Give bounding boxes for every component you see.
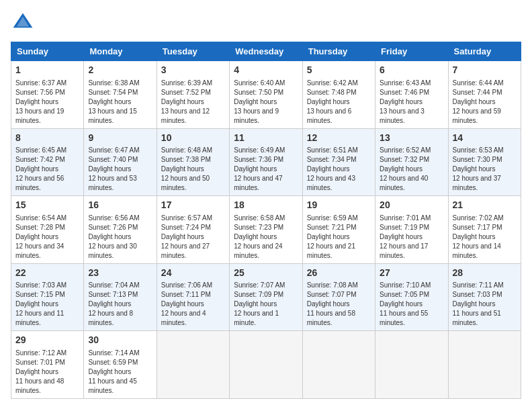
calendar-cell: 26 Sunrise: 7:08 AM Sunset: 7:07 PM Dayl… (302, 263, 375, 331)
logo-icon (11, 11, 35, 35)
day-number: 16 (88, 199, 152, 212)
calendar-week-1: 1 Sunrise: 6:37 AM Sunset: 7:56 PM Dayli… (11, 61, 521, 129)
day-number: 27 (380, 267, 443, 280)
day-info: Sunrise: 7:06 AM Sunset: 7:11 PM Dayligh… (161, 281, 225, 328)
day-number: 11 (234, 132, 298, 145)
day-info: Sunrise: 6:39 AM Sunset: 7:52 PM Dayligh… (161, 79, 225, 126)
calendar-cell: 9 Sunrise: 6:47 AM Sunset: 7:40 PM Dayli… (84, 128, 157, 196)
day-info: Sunrise: 6:52 AM Sunset: 7:32 PM Dayligh… (380, 146, 443, 193)
day-info: Sunrise: 7:04 AM Sunset: 7:13 PM Dayligh… (88, 281, 152, 328)
weekday-header-sunday: Sunday (11, 42, 84, 61)
day-number: 15 (15, 199, 79, 212)
day-number: 7 (453, 64, 517, 77)
calendar-cell: 28 Sunrise: 7:11 AM Sunset: 7:03 PM Dayl… (448, 263, 521, 331)
day-info: Sunrise: 6:49 AM Sunset: 7:36 PM Dayligh… (234, 146, 298, 193)
calendar-cell (448, 331, 521, 399)
calendar-cell: 6 Sunrise: 6:43 AM Sunset: 7:46 PM Dayli… (375, 61, 448, 129)
day-number: 10 (161, 132, 225, 145)
day-info: Sunrise: 6:59 AM Sunset: 7:21 PM Dayligh… (307, 214, 371, 261)
calendar-cell: 27 Sunrise: 7:10 AM Sunset: 7:05 PM Dayl… (375, 263, 448, 331)
calendar-cell: 1 Sunrise: 6:37 AM Sunset: 7:56 PM Dayli… (11, 61, 84, 129)
day-number: 28 (453, 267, 517, 280)
calendar-cell: 7 Sunrise: 6:44 AM Sunset: 7:44 PM Dayli… (448, 61, 521, 129)
calendar-cell: 30 Sunrise: 7:14 AM Sunset: 6:59 PM Dayl… (84, 331, 157, 399)
calendar-cell: 11 Sunrise: 6:49 AM Sunset: 7:36 PM Dayl… (230, 128, 302, 196)
day-number: 22 (15, 267, 79, 280)
day-info: Sunrise: 6:43 AM Sunset: 7:46 PM Dayligh… (380, 79, 443, 126)
calendar-cell (302, 331, 375, 399)
calendar-cell: 12 Sunrise: 6:51 AM Sunset: 7:34 PM Dayl… (302, 128, 375, 196)
calendar-cell: 2 Sunrise: 6:38 AM Sunset: 7:54 PM Dayli… (84, 61, 157, 129)
weekday-header-monday: Monday (84, 42, 157, 61)
day-info: Sunrise: 6:40 AM Sunset: 7:50 PM Dayligh… (234, 79, 298, 126)
day-number: 14 (453, 132, 517, 145)
day-info: Sunrise: 7:10 AM Sunset: 7:05 PM Dayligh… (380, 281, 443, 328)
day-info: Sunrise: 7:07 AM Sunset: 7:09 PM Dayligh… (234, 281, 298, 328)
weekday-header-wednesday: Wednesday (230, 42, 302, 61)
day-info: Sunrise: 6:45 AM Sunset: 7:42 PM Dayligh… (15, 146, 79, 193)
calendar-week-4: 22 Sunrise: 7:03 AM Sunset: 7:15 PM Dayl… (11, 263, 521, 331)
day-info: Sunrise: 7:02 AM Sunset: 7:17 PM Dayligh… (453, 214, 517, 261)
weekday-header-tuesday: Tuesday (157, 42, 229, 61)
day-info: Sunrise: 7:01 AM Sunset: 7:19 PM Dayligh… (380, 214, 443, 261)
day-info: Sunrise: 6:57 AM Sunset: 7:24 PM Dayligh… (161, 214, 225, 261)
calendar-cell: 17 Sunrise: 6:57 AM Sunset: 7:24 PM Dayl… (157, 196, 229, 264)
calendar-cell: 10 Sunrise: 6:48 AM Sunset: 7:38 PM Dayl… (157, 128, 229, 196)
weekday-header-thursday: Thursday (302, 42, 375, 61)
day-number: 29 (15, 334, 79, 347)
calendar-cell: 29 Sunrise: 7:12 AM Sunset: 7:01 PM Dayl… (11, 331, 84, 399)
day-info: Sunrise: 6:58 AM Sunset: 7:23 PM Dayligh… (234, 214, 298, 261)
day-number: 30 (88, 334, 152, 347)
day-info: Sunrise: 6:44 AM Sunset: 7:44 PM Dayligh… (453, 79, 517, 126)
day-info: Sunrise: 6:54 AM Sunset: 7:28 PM Dayligh… (15, 214, 79, 261)
calendar-table: SundayMondayTuesdayWednesdayThursdayFrid… (11, 42, 521, 399)
calendar-cell: 4 Sunrise: 6:40 AM Sunset: 7:50 PM Dayli… (230, 61, 302, 129)
calendar-cell (230, 331, 302, 399)
logo (11, 11, 38, 35)
day-info: Sunrise: 6:53 AM Sunset: 7:30 PM Dayligh… (453, 146, 517, 193)
day-number: 20 (380, 199, 443, 212)
day-info: Sunrise: 6:51 AM Sunset: 7:34 PM Dayligh… (307, 146, 371, 193)
calendar-cell: 19 Sunrise: 6:59 AM Sunset: 7:21 PM Dayl… (302, 196, 375, 264)
day-number: 12 (307, 132, 371, 145)
day-number: 18 (234, 199, 298, 212)
day-number: 8 (15, 132, 79, 145)
day-number: 3 (161, 64, 225, 77)
day-number: 19 (307, 199, 371, 212)
calendar-cell: 25 Sunrise: 7:07 AM Sunset: 7:09 PM Dayl… (230, 263, 302, 331)
day-info: Sunrise: 6:42 AM Sunset: 7:48 PM Dayligh… (307, 79, 371, 126)
weekday-header-friday: Friday (375, 42, 448, 61)
calendar-week-3: 15 Sunrise: 6:54 AM Sunset: 7:28 PM Dayl… (11, 196, 521, 264)
calendar-cell: 15 Sunrise: 6:54 AM Sunset: 7:28 PM Dayl… (11, 196, 84, 264)
calendar-cell (157, 331, 229, 399)
calendar-cell (375, 331, 448, 399)
weekday-header-saturday: Saturday (448, 42, 521, 61)
day-number: 21 (453, 199, 517, 212)
calendar-cell: 21 Sunrise: 7:02 AM Sunset: 7:17 PM Dayl… (448, 196, 521, 264)
calendar-cell: 14 Sunrise: 6:53 AM Sunset: 7:30 PM Dayl… (448, 128, 521, 196)
day-number: 4 (234, 64, 298, 77)
calendar-cell: 16 Sunrise: 6:56 AM Sunset: 7:26 PM Dayl… (84, 196, 157, 264)
day-number: 2 (88, 64, 152, 77)
day-number: 1 (15, 64, 79, 77)
day-number: 9 (88, 132, 152, 145)
calendar-cell: 23 Sunrise: 7:04 AM Sunset: 7:13 PM Dayl… (84, 263, 157, 331)
day-info: Sunrise: 6:38 AM Sunset: 7:54 PM Dayligh… (88, 79, 152, 126)
day-number: 24 (161, 267, 225, 280)
calendar-cell: 3 Sunrise: 6:39 AM Sunset: 7:52 PM Dayli… (157, 61, 229, 129)
day-info: Sunrise: 7:11 AM Sunset: 7:03 PM Dayligh… (453, 281, 517, 328)
day-info: Sunrise: 7:03 AM Sunset: 7:15 PM Dayligh… (15, 281, 79, 328)
day-info: Sunrise: 7:12 AM Sunset: 7:01 PM Dayligh… (15, 349, 79, 396)
day-info: Sunrise: 6:48 AM Sunset: 7:38 PM Dayligh… (161, 146, 225, 193)
day-number: 25 (234, 267, 298, 280)
page-header (11, 11, 521, 35)
calendar-cell: 8 Sunrise: 6:45 AM Sunset: 7:42 PM Dayli… (11, 128, 84, 196)
calendar-cell: 5 Sunrise: 6:42 AM Sunset: 7:48 PM Dayli… (302, 61, 375, 129)
calendar-cell: 22 Sunrise: 7:03 AM Sunset: 7:15 PM Dayl… (11, 263, 84, 331)
calendar-week-5: 29 Sunrise: 7:12 AM Sunset: 7:01 PM Dayl… (11, 331, 521, 399)
calendar-header-row: SundayMondayTuesdayWednesdayThursdayFrid… (11, 42, 521, 61)
day-number: 17 (161, 199, 225, 212)
calendar-cell: 18 Sunrise: 6:58 AM Sunset: 7:23 PM Dayl… (230, 196, 302, 264)
calendar-cell: 24 Sunrise: 7:06 AM Sunset: 7:11 PM Dayl… (157, 263, 229, 331)
calendar-week-2: 8 Sunrise: 6:45 AM Sunset: 7:42 PM Dayli… (11, 128, 521, 196)
